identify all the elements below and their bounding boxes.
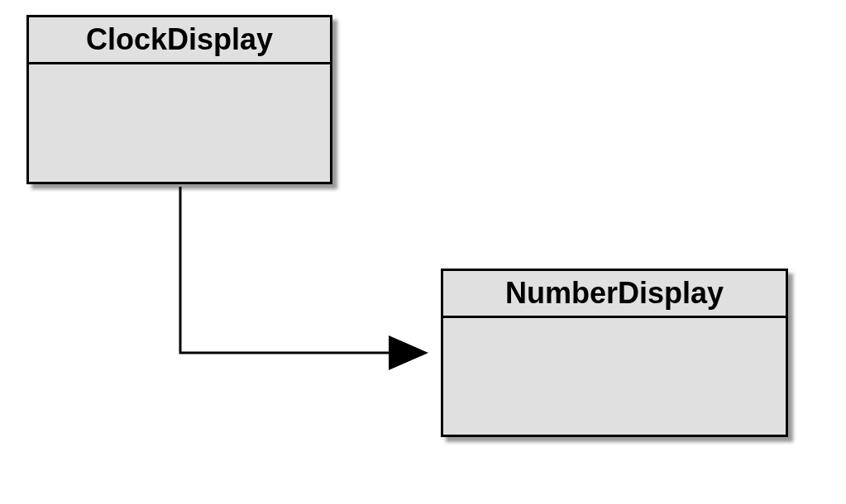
class-clock-display: ClockDisplay [26,15,332,184]
class-body-number-display [443,318,786,440]
class-name-clock-display: ClockDisplay [29,17,330,64]
class-number-display: NumberDisplay [441,269,788,437]
class-name-number-display: NumberDisplay [443,271,786,318]
class-body-clock-display [29,64,330,188]
